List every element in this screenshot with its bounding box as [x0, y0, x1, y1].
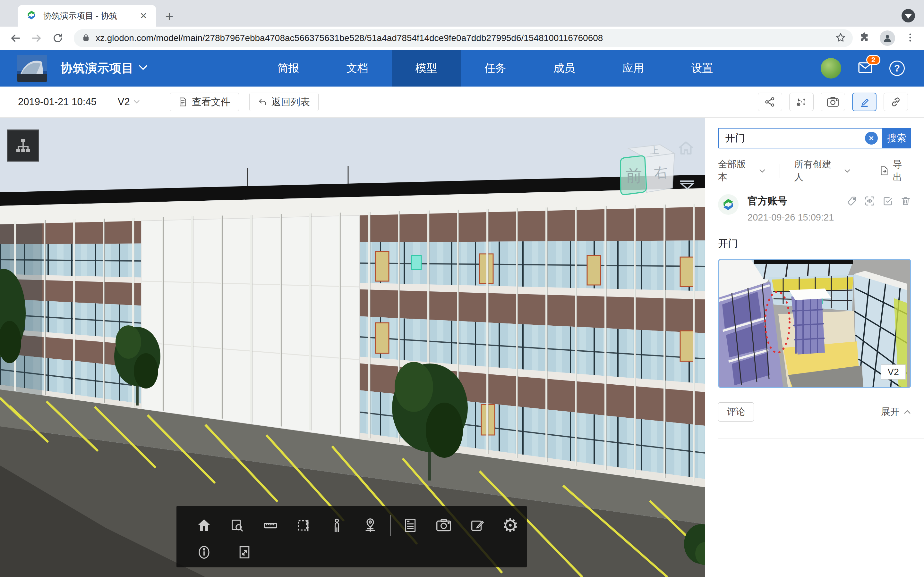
viewpoint-pin-button[interactable]: [354, 514, 387, 537]
resolve-check-button[interactable]: [882, 195, 893, 208]
bookmark-star-icon[interactable]: [835, 32, 846, 45]
measure-button[interactable]: [254, 514, 287, 537]
search-field[interactable]: [718, 128, 882, 148]
creator-filter-label: 所有创建人: [794, 158, 840, 184]
browser-tab[interactable]: 协筑演示项目 - 协筑 ✕: [18, 5, 156, 27]
back-to-list-label: 返回列表: [271, 95, 310, 109]
padlock-icon: [81, 33, 90, 43]
link-icon: [890, 96, 901, 108]
back-to-list-button[interactable]: 返回列表: [249, 93, 318, 111]
section-box-button[interactable]: [287, 514, 320, 537]
tab-close-icon[interactable]: ✕: [137, 11, 150, 21]
settings-gear-button[interactable]: ⚙: [493, 514, 527, 537]
nav-item-apps[interactable]: 应用: [599, 50, 668, 87]
version-label: V2: [118, 96, 130, 108]
search-button[interactable]: 搜索: [882, 128, 911, 148]
delete-button[interactable]: [900, 195, 911, 208]
creator-filter-dropdown[interactable]: 所有创建人: [794, 158, 851, 184]
markup-result-card[interactable]: 官方账号 2021-09-26 15:09:21 开门: [718, 194, 911, 438]
nav-item-members[interactable]: 成员: [530, 50, 599, 87]
markup-title: 开门: [718, 237, 911, 250]
gear-icon: ⚙: [502, 516, 519, 535]
chevron-down-icon: [759, 169, 766, 173]
snapshot-button[interactable]: [821, 93, 845, 111]
help-button[interactable]: ?: [889, 61, 905, 76]
nav-item-documents[interactable]: 文档: [323, 50, 392, 87]
comment-button[interactable]: 评论: [718, 402, 754, 422]
user-avatar[interactable]: [821, 58, 841, 79]
roam-path-icon: [796, 96, 807, 108]
project-thumbnail[interactable]: [17, 55, 47, 82]
chevron-up-icon: [903, 409, 911, 414]
markup-timestamp: 2021-09-26 15:09:21: [748, 212, 834, 223]
clear-search-button[interactable]: [865, 132, 878, 145]
extensions-puzzle-icon[interactable]: [859, 32, 870, 45]
properties-list-button[interactable]: [394, 514, 427, 537]
flat-chevron-icon: [678, 179, 697, 192]
markup-thumbnail-scene: [719, 259, 907, 388]
close-icon: [868, 135, 875, 141]
viewer-toolbar: ⚙: [176, 506, 527, 567]
messages-button[interactable]: 2: [858, 62, 873, 75]
forward-icon[interactable]: [29, 31, 44, 45]
markup-button[interactable]: [852, 93, 877, 111]
camera-icon: [827, 97, 839, 107]
view-cube[interactable]: 上 右 前: [610, 137, 682, 210]
divider: [780, 164, 780, 178]
view-down-button[interactable]: [678, 179, 697, 193]
version-dropdown[interactable]: V2: [118, 96, 140, 108]
fullscreen-button[interactable]: [228, 541, 261, 564]
nav-menu: 简报 文档 模型 任务 成员 应用 设置: [254, 50, 737, 87]
svg-text:前: 前: [626, 166, 642, 185]
zoom-select-button[interactable]: [221, 514, 254, 537]
nav-item-model[interactable]: 模型: [392, 50, 461, 87]
return-arrow-icon: [258, 98, 267, 106]
model-viewport[interactable]: 上 右 前: [0, 118, 705, 577]
version-filter-label: 全部版本: [718, 158, 755, 184]
thumbnail-version-badge: V2: [881, 364, 906, 380]
model-tree-button[interactable]: [7, 129, 39, 161]
share-button[interactable]: [758, 93, 782, 111]
markup-edit-button[interactable]: [460, 514, 494, 537]
browser-menu-dots-icon[interactable]: [905, 32, 916, 44]
markup-thumbnail[interactable]: V2: [718, 259, 911, 388]
info-button[interactable]: [187, 541, 221, 564]
svg-text:上: 上: [649, 145, 659, 156]
tab-search-button[interactable]: [901, 9, 915, 23]
question-mark-icon: ?: [894, 63, 900, 74]
view-file-label: 查看文件: [192, 95, 230, 109]
back-icon[interactable]: [8, 31, 23, 45]
share-icon: [764, 96, 776, 108]
new-tab-button[interactable]: +: [165, 9, 174, 23]
tag-button[interactable]: [846, 195, 857, 208]
address-bar[interactable]: xz.glodon.com/model/main/278b7967ebba470…: [74, 29, 853, 47]
walkthrough-button[interactable]: [320, 514, 354, 537]
project-name[interactable]: 协筑演示项目: [61, 60, 134, 76]
nav-item-settings[interactable]: 设置: [668, 50, 737, 87]
export-label: 导出: [893, 158, 911, 184]
locate-view-button[interactable]: [864, 195, 875, 208]
search-input[interactable]: [725, 132, 865, 144]
version-filter-dropdown[interactable]: 全部版本: [718, 158, 766, 184]
divider: [718, 438, 924, 438]
chevron-down-icon: [905, 14, 912, 19]
export-button[interactable]: 导出: [879, 158, 911, 184]
chevron-down-icon[interactable]: [138, 64, 148, 72]
home-outline-icon: [677, 139, 695, 156]
tag-icon: [846, 195, 857, 206]
snapshot-view-button[interactable]: [427, 514, 460, 537]
reload-icon[interactable]: [51, 31, 65, 45]
browser-profile-avatar[interactable]: [880, 31, 895, 46]
view-home-button[interactable]: [677, 139, 695, 157]
roam-path-button[interactable]: [789, 93, 814, 111]
checkbox-icon: [882, 195, 893, 206]
tab-title: 协筑演示项目 - 协筑: [43, 10, 137, 21]
view-file-button[interactable]: 查看文件: [170, 93, 239, 111]
collapse-toggle[interactable]: 展开: [881, 406, 911, 418]
nav-item-briefing[interactable]: 简报: [254, 50, 323, 87]
home-view-button[interactable]: [187, 514, 221, 537]
pencil-icon: [859, 96, 870, 108]
nav-item-tasks[interactable]: 任务: [461, 50, 530, 87]
hierarchy-icon: [14, 137, 32, 155]
link-button[interactable]: [884, 93, 908, 111]
